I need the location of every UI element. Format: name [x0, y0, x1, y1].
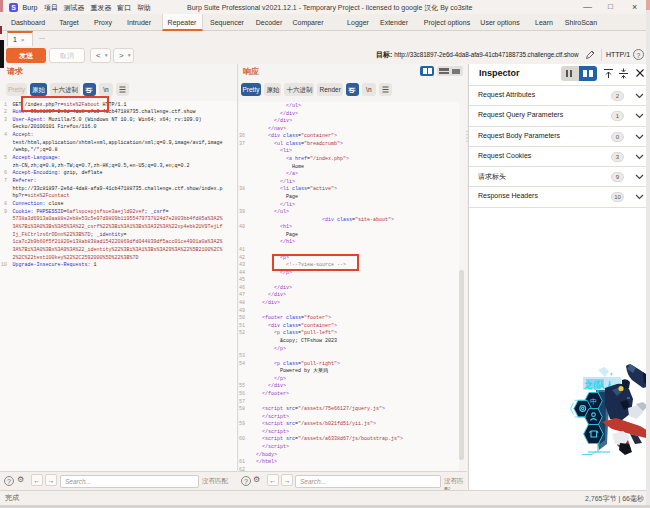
svg-text:中: 中 [590, 398, 597, 405]
svg-text:S: S [86, 86, 92, 95]
svg-text:S: S [349, 86, 355, 95]
